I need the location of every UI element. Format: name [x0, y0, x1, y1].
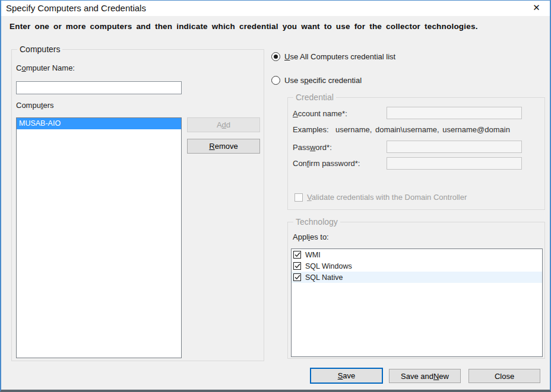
computers-group-title: Computers	[17, 44, 62, 54]
technology-group-title: Technology	[293, 217, 340, 227]
instruction-text: Enter one or more computers and then ind…	[10, 22, 544, 31]
account-name-label: Account name*:	[293, 109, 347, 118]
titlebar: Specify Computers and Credentials ✕	[1, 1, 550, 16]
save-button[interactable]: Save	[310, 368, 383, 384]
dialog-specify-computers-credentials: Specify Computers and Credentials ✕ Ente…	[0, 0, 551, 392]
radio-unselected-icon	[271, 76, 280, 85]
applies-to-label: Applies to:	[293, 232, 329, 241]
window-title: Specify Computers and Credentials	[6, 1, 146, 16]
examples-text: Examples: username, domain\username, use…	[293, 125, 510, 134]
computer-name-input[interactable]	[16, 81, 182, 94]
radio-selected-icon	[271, 52, 280, 61]
validate-credentials-checkbox[interactable]: Validate credentials with the Domain Con…	[294, 193, 467, 202]
list-item-computer[interactable]: MUSAB-AIO	[17, 118, 181, 129]
save-and-new-button[interactable]: Save and New	[389, 369, 461, 383]
computers-list-label: Computers	[16, 101, 54, 110]
close-icon[interactable]: ✕	[523, 1, 550, 16]
checkbox-checked-icon[interactable]	[293, 262, 301, 270]
credential-group: Credential Account name*: Examples: user…	[287, 97, 545, 210]
password-input[interactable]	[387, 141, 522, 153]
computer-name-label: Computer Name:	[16, 63, 75, 72]
checkbox-checked-icon[interactable]	[293, 251, 301, 259]
technology-listbox[interactable]: WMI SQL Windows SQL Native	[291, 248, 543, 357]
password-label: Password*:	[293, 143, 332, 152]
close-button[interactable]: Close	[468, 369, 540, 383]
computers-group: Computers Computer Name: Computers MUSAB…	[11, 49, 264, 361]
account-name-input[interactable]	[387, 107, 522, 119]
radio-use-all-label: Use All Computers credential list	[284, 52, 395, 61]
add-button[interactable]: Add	[187, 117, 260, 132]
radio-use-specific-label: Use specific credential	[284, 76, 362, 85]
validate-credentials-label: Validate credentials with the Domain Con…	[307, 193, 467, 202]
credential-group-title: Credential	[293, 93, 336, 102]
radio-use-all-credential-list[interactable]: Use All Computers credential list	[271, 52, 395, 61]
confirm-password-input[interactable]	[387, 157, 522, 170]
checkbox-checked-icon[interactable]	[293, 273, 301, 281]
checkbox-unchecked-icon	[294, 193, 303, 202]
remove-button[interactable]: Remove	[187, 139, 260, 154]
tech-item-sql-native[interactable]: SQL Native	[292, 272, 542, 283]
tech-item-sql-windows[interactable]: SQL Windows	[292, 260, 542, 272]
computers-listbox[interactable]: MUSAB-AIO	[16, 117, 182, 358]
radio-use-specific-credential[interactable]: Use specific credential	[271, 76, 362, 85]
confirm-password-label: Confirm password*:	[293, 159, 360, 168]
tech-item-wmi[interactable]: WMI	[292, 249, 542, 260]
technology-group: Technology Applies to: WMI SQL Windows S…	[287, 222, 545, 359]
